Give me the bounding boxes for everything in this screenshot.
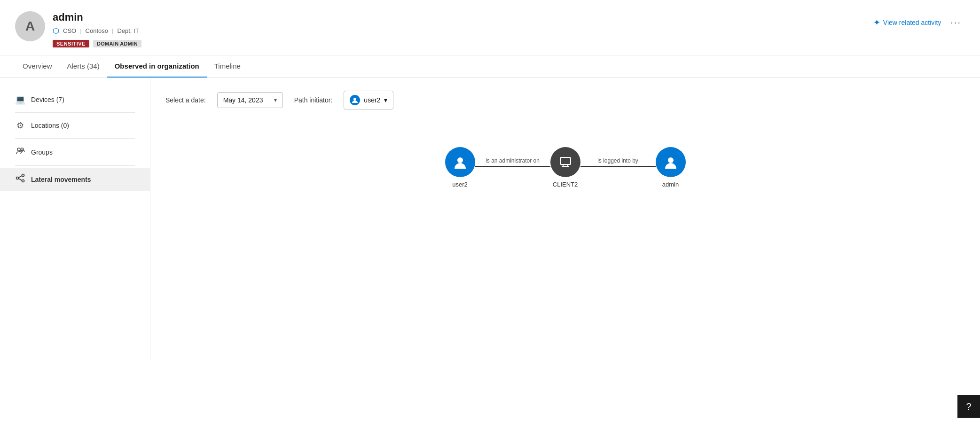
user2-node-label: user2 — [452, 181, 468, 188]
lateral-movement-graph: user2 is an administrator on — [165, 147, 965, 188]
graph-node-client2: CLIENT2 — [550, 147, 580, 188]
filters-bar: Select a date: May 14, 2023 ▾ Path initi… — [165, 91, 965, 109]
sidebar-item-groups-label: Groups — [31, 148, 53, 156]
user-profile-section: A admin ⬡ CSO | Contoso | Dept: IT SENSI… — [15, 11, 141, 47]
main-content: 💻 Devices (7) ⚙ Locations (0) Groups — [0, 78, 980, 359]
admin-node-label: admin — [662, 181, 679, 188]
sidebar-item-lateral-movements[interactable]: Lateral movements — [0, 168, 150, 191]
path-user-value: user2 — [364, 96, 380, 104]
lateral-movements-icon — [15, 173, 25, 185]
edge1-label: is an administrator on — [486, 157, 540, 164]
user-name: admin — [53, 11, 141, 23]
svg-point-6 — [457, 157, 463, 163]
location-icon: ⚙ — [15, 120, 25, 131]
path-initiator-picker[interactable]: user2 ▾ — [344, 91, 393, 109]
svg-point-5 — [353, 98, 356, 101]
admin-node-circle — [656, 147, 686, 177]
sensitive-badge: SENSITIVE — [53, 40, 89, 47]
svg-point-3 — [22, 174, 24, 177]
client2-node-label: CLIENT2 — [553, 181, 578, 188]
svg-rect-7 — [560, 157, 571, 164]
sidebar-divider-3 — [15, 165, 135, 166]
separator2: | — [112, 27, 113, 34]
tab-alerts[interactable]: Alerts (34) — [60, 55, 107, 78]
org-icon: ⬡ — [53, 26, 59, 35]
tab-overview[interactable]: Overview — [15, 55, 60, 78]
date-picker[interactable]: May 14, 2023 ▾ — [217, 92, 283, 108]
graph-node-admin: admin — [656, 147, 686, 188]
svg-point-1 — [21, 148, 24, 151]
avatar: A — [15, 11, 45, 41]
tab-observed-in-org[interactable]: Observed in organization — [107, 55, 207, 78]
user-dept: Dept: IT — [117, 27, 139, 34]
user-role: CSO — [63, 27, 76, 34]
sidebar: 💻 Devices (7) ⚙ Locations (0) Groups — [0, 78, 150, 359]
sidebar-item-devices[interactable]: 💻 Devices (7) — [0, 89, 150, 110]
view-related-label: View related activity — [883, 19, 941, 26]
user-org: Contoso — [86, 27, 108, 34]
date-filter-label: Select a date: — [165, 96, 206, 104]
svg-point-8 — [668, 157, 674, 163]
user-meta: ⬡ CSO | Contoso | Dept: IT — [53, 26, 141, 35]
sidebar-item-locations-label: Locations (0) — [31, 122, 69, 129]
svg-point-2 — [16, 177, 19, 179]
edge1-line — [475, 166, 550, 167]
client2-node-circle — [550, 147, 580, 177]
related-activity-icon: ✦ — [873, 17, 880, 28]
graph-nodes-container: user2 is an administrator on — [445, 147, 686, 188]
user-info: admin ⬡ CSO | Contoso | Dept: IT SENSITI… — [53, 11, 141, 47]
badges-container: SENSITIVE DOMAIN ADMIN — [53, 40, 141, 47]
sidebar-divider-1 — [15, 112, 135, 113]
date-value: May 14, 2023 — [223, 96, 263, 104]
sidebar-item-lateral-label: Lateral movements — [31, 176, 91, 183]
path-chevron-icon: ▾ — [384, 96, 387, 104]
sidebar-item-groups[interactable]: Groups — [0, 140, 150, 164]
domain-admin-badge: DOMAIN ADMIN — [93, 40, 141, 47]
path-initiator-label: Path initiator: — [294, 96, 333, 104]
edge2-label: is logged into by — [597, 157, 638, 164]
svg-point-4 — [22, 180, 24, 182]
tab-timeline[interactable]: Timeline — [207, 55, 248, 78]
edge2-line — [580, 166, 656, 167]
sidebar-item-locations[interactable]: ⚙ Locations (0) — [0, 115, 150, 136]
content-area: Select a date: May 14, 2023 ▾ Path initi… — [150, 78, 980, 359]
tab-bar: Overview Alerts (34) Observed in organiz… — [0, 55, 980, 78]
groups-icon — [15, 146, 25, 158]
sidebar-divider-2 — [15, 138, 135, 139]
view-related-activity-button[interactable]: ✦ View related activity — [873, 17, 941, 28]
more-options-button[interactable]: ··· — [947, 15, 965, 30]
separator: | — [80, 27, 81, 34]
sidebar-item-devices-label: Devices (7) — [31, 96, 64, 103]
graph-node-user2: user2 — [445, 147, 475, 188]
date-chevron-icon: ▾ — [274, 97, 277, 103]
laptop-icon: 💻 — [15, 94, 25, 105]
path-user-avatar — [350, 95, 360, 105]
page-header: A admin ⬡ CSO | Contoso | Dept: IT SENSI… — [0, 0, 980, 55]
header-actions: ✦ View related activity ··· — [873, 15, 965, 30]
user2-node-circle — [445, 147, 475, 177]
